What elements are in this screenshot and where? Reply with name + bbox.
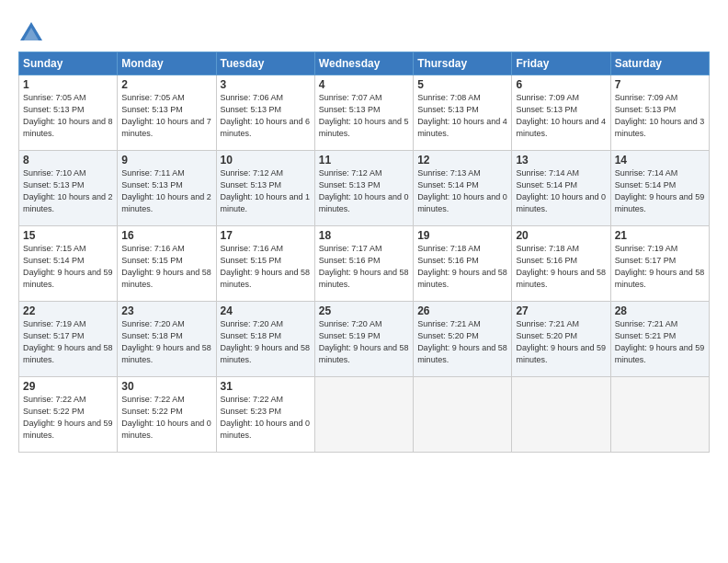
header-friday: Friday [512,52,610,75]
week-row-4: 22 Sunrise: 7:19 AMSunset: 5:17 PMDaylig… [19,302,710,377]
day-info: Sunrise: 7:22 AMSunset: 5:22 PMDaylight:… [23,395,113,440]
calendar-cell: 31 Sunrise: 7:22 AMSunset: 5:23 PMDaylig… [216,377,314,453]
day-info: Sunrise: 7:15 AMSunset: 5:14 PMDaylight:… [23,244,113,289]
day-number: 9 [121,154,211,167]
week-row-1: 1 Sunrise: 7:05 AMSunset: 5:13 PMDayligh… [19,75,710,151]
day-number: 14 [615,154,705,167]
calendar-cell [610,377,709,453]
day-info: Sunrise: 7:20 AMSunset: 5:18 PMDaylight:… [121,319,211,364]
day-number: 29 [23,380,113,393]
day-info: Sunrise: 7:17 AMSunset: 5:16 PMDaylight:… [319,244,409,289]
calendar-cell: 11 Sunrise: 7:12 AMSunset: 5:13 PMDaylig… [314,151,413,226]
day-info: Sunrise: 7:22 AMSunset: 5:23 PMDaylight:… [221,395,311,440]
day-info: Sunrise: 7:05 AMSunset: 5:13 PMDaylight:… [121,93,211,138]
calendar-cell: 10 Sunrise: 7:12 AMSunset: 5:13 PMDaylig… [216,151,314,226]
calendar-cell: 4 Sunrise: 7:07 AMSunset: 5:13 PMDayligh… [314,75,413,151]
day-number: 31 [221,380,311,393]
day-info: Sunrise: 7:21 AMSunset: 5:20 PMDaylight:… [516,319,606,364]
logo-icon [18,20,44,46]
day-number: 23 [121,304,211,317]
calendar-cell: 7 Sunrise: 7:09 AMSunset: 5:13 PMDayligh… [610,75,709,151]
calendar-cell: 12 Sunrise: 7:13 AMSunset: 5:14 PMDaylig… [414,151,512,226]
calendar-table: SundayMondayTuesdayWednesdayThursdayFrid… [18,52,710,453]
day-info: Sunrise: 7:09 AMSunset: 5:13 PMDaylight:… [615,93,705,138]
day-info: Sunrise: 7:12 AMSunset: 5:13 PMDaylight:… [221,168,311,213]
calendar-cell: 28 Sunrise: 7:21 AMSunset: 5:21 PMDaylig… [610,302,709,377]
day-info: Sunrise: 7:22 AMSunset: 5:22 PMDaylight:… [121,395,211,440]
day-info: Sunrise: 7:13 AMSunset: 5:14 PMDaylight:… [417,168,507,213]
calendar-cell: 13 Sunrise: 7:14 AMSunset: 5:14 PMDaylig… [512,151,610,226]
calendar-cell: 3 Sunrise: 7:06 AMSunset: 5:13 PMDayligh… [216,75,314,151]
day-info: Sunrise: 7:11 AMSunset: 5:13 PMDaylight:… [121,168,211,213]
day-number: 26 [417,304,507,317]
calendar-cell: 27 Sunrise: 7:21 AMSunset: 5:20 PMDaylig… [512,302,610,377]
day-info: Sunrise: 7:20 AMSunset: 5:19 PMDaylight:… [319,319,409,364]
header-wednesday: Wednesday [314,52,413,75]
day-number: 8 [23,154,113,167]
calendar-cell: 9 Sunrise: 7:11 AMSunset: 5:13 PMDayligh… [118,151,216,226]
day-number: 5 [417,78,507,91]
calendar-cell: 6 Sunrise: 7:09 AMSunset: 5:13 PMDayligh… [512,75,610,151]
calendar-cell: 20 Sunrise: 7:18 AMSunset: 5:16 PMDaylig… [512,226,610,302]
calendar-cell [512,377,610,453]
day-number: 13 [516,154,606,167]
calendar-cell: 2 Sunrise: 7:05 AMSunset: 5:13 PMDayligh… [118,75,216,151]
day-info: Sunrise: 7:16 AMSunset: 5:15 PMDaylight:… [121,244,211,289]
day-info: Sunrise: 7:09 AMSunset: 5:13 PMDaylight:… [516,93,606,138]
day-info: Sunrise: 7:07 AMSunset: 5:13 PMDaylight:… [319,93,409,138]
day-info: Sunrise: 7:21 AMSunset: 5:20 PMDaylight:… [417,319,507,364]
day-number: 12 [417,154,507,167]
day-number: 18 [319,229,409,242]
header-tuesday: Tuesday [216,52,314,75]
day-info: Sunrise: 7:12 AMSunset: 5:13 PMDaylight:… [319,168,409,213]
day-number: 22 [23,304,113,317]
day-info: Sunrise: 7:19 AMSunset: 5:17 PMDaylight:… [615,244,705,289]
day-number: 3 [221,78,311,91]
calendar-cell: 15 Sunrise: 7:15 AMSunset: 5:14 PMDaylig… [19,226,118,302]
day-number: 20 [516,229,606,242]
day-number: 30 [121,380,211,393]
calendar-cell: 22 Sunrise: 7:19 AMSunset: 5:17 PMDaylig… [19,302,118,377]
day-number: 6 [516,78,606,91]
day-info: Sunrise: 7:16 AMSunset: 5:15 PMDaylight:… [221,244,311,289]
day-number: 2 [121,78,211,91]
day-info: Sunrise: 7:19 AMSunset: 5:17 PMDaylight:… [23,319,113,364]
header-thursday: Thursday [414,52,512,75]
calendar-cell: 24 Sunrise: 7:20 AMSunset: 5:18 PMDaylig… [216,302,314,377]
calendar-cell: 5 Sunrise: 7:08 AMSunset: 5:13 PMDayligh… [414,75,512,151]
logo [18,20,48,46]
calendar-cell: 19 Sunrise: 7:18 AMSunset: 5:16 PMDaylig… [414,226,512,302]
calendar-header-row: SundayMondayTuesdayWednesdayThursdayFrid… [19,52,710,75]
day-number: 21 [615,229,705,242]
week-row-5: 29 Sunrise: 7:22 AMSunset: 5:22 PMDaylig… [19,377,710,453]
day-info: Sunrise: 7:21 AMSunset: 5:21 PMDaylight:… [615,319,705,364]
calendar-cell: 18 Sunrise: 7:17 AMSunset: 5:16 PMDaylig… [314,226,413,302]
week-row-3: 15 Sunrise: 7:15 AMSunset: 5:14 PMDaylig… [19,226,710,302]
calendar-cell: 25 Sunrise: 7:20 AMSunset: 5:19 PMDaylig… [314,302,413,377]
day-number: 17 [221,229,311,242]
day-number: 25 [319,304,409,317]
calendar-cell: 17 Sunrise: 7:16 AMSunset: 5:15 PMDaylig… [216,226,314,302]
calendar-cell: 16 Sunrise: 7:16 AMSunset: 5:15 PMDaylig… [118,226,216,302]
calendar-cell: 26 Sunrise: 7:21 AMSunset: 5:20 PMDaylig… [414,302,512,377]
day-info: Sunrise: 7:18 AMSunset: 5:16 PMDaylight:… [417,244,507,289]
day-number: 28 [615,304,705,317]
page: SundayMondayTuesdayWednesdayThursdayFrid… [0,0,728,563]
calendar-cell [414,377,512,453]
calendar-cell: 21 Sunrise: 7:19 AMSunset: 5:17 PMDaylig… [610,226,709,302]
day-number: 4 [319,78,409,91]
day-number: 7 [615,78,705,91]
calendar-cell: 8 Sunrise: 7:10 AMSunset: 5:13 PMDayligh… [19,151,118,226]
day-info: Sunrise: 7:06 AMSunset: 5:13 PMDaylight:… [221,93,311,138]
calendar-cell: 30 Sunrise: 7:22 AMSunset: 5:22 PMDaylig… [118,377,216,453]
header-saturday: Saturday [610,52,709,75]
day-info: Sunrise: 7:08 AMSunset: 5:13 PMDaylight:… [417,93,507,138]
calendar-cell: 23 Sunrise: 7:20 AMSunset: 5:18 PMDaylig… [118,302,216,377]
week-row-2: 8 Sunrise: 7:10 AMSunset: 5:13 PMDayligh… [19,151,710,226]
day-number: 27 [516,304,606,317]
day-info: Sunrise: 7:14 AMSunset: 5:14 PMDaylight:… [516,168,606,213]
day-info: Sunrise: 7:14 AMSunset: 5:14 PMDaylight:… [615,168,705,213]
day-number: 15 [23,229,113,242]
day-number: 1 [23,78,113,91]
day-info: Sunrise: 7:20 AMSunset: 5:18 PMDaylight:… [221,319,311,364]
